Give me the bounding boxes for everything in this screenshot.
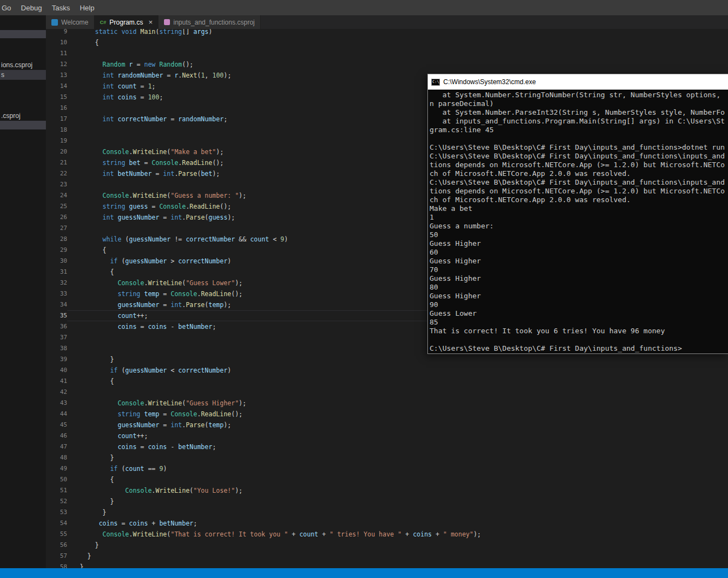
- line-number: 22: [46, 168, 67, 179]
- code-line: 46 count++;: [46, 430, 728, 441]
- line-number: 52: [46, 496, 67, 507]
- code-line: 53 }: [46, 507, 728, 518]
- line-number: 14: [46, 81, 67, 92]
- line-number: 55: [46, 529, 67, 540]
- console-line: tions depends on Microsoft.NETCore.App (…: [430, 187, 728, 196]
- cmd-body[interactable]: at System.Number.StringToNumber(String s…: [428, 90, 728, 355]
- menu-debug[interactable]: Debug: [16, 0, 46, 15]
- code-text: Console.WriteLine("That is correct! It t…: [67, 529, 728, 540]
- tab-label: Program.cs: [109, 19, 143, 26]
- line-number: 53: [46, 507, 67, 518]
- explorer-item[interactable]: [0, 30, 46, 38]
- code-text: }: [67, 540, 728, 551]
- line-number: 31: [46, 267, 67, 278]
- code-line: 52 }: [46, 496, 728, 507]
- code-line: 47 coins = coins - betNumber;: [46, 441, 728, 452]
- line-number: 36: [46, 321, 67, 332]
- console-line: Guess Higher: [430, 292, 728, 300]
- status-bar: [0, 568, 728, 578]
- console-line: C:\Users\Steve B\Desktop\C# First Day\in…: [430, 178, 728, 187]
- code-line: 12 Random r = new Random();: [46, 59, 728, 70]
- line-number: 29: [46, 245, 67, 256]
- line-number: 46: [46, 430, 67, 441]
- console-line: [430, 134, 728, 143]
- line-number: 11: [46, 48, 67, 59]
- console-line: at System.Number.StringToNumber(String s…: [430, 91, 728, 99]
- line-number: 38: [46, 343, 67, 354]
- line-number: 32: [46, 278, 67, 288]
- line-number: 21: [46, 157, 67, 168]
- console-line: Guess Higher: [430, 257, 728, 266]
- code-text: {: [67, 474, 728, 485]
- line-number: 25: [46, 201, 67, 212]
- explorer-item[interactable]: .csproj: [0, 111, 46, 121]
- menu-tasks[interactable]: Tasks: [47, 0, 75, 15]
- line-number: 37: [46, 332, 67, 343]
- tab-label: inputs_and_functions.csproj: [173, 19, 255, 26]
- code-text: static void Main(string[] args): [67, 29, 728, 37]
- explorer-item[interactable]: s: [0, 70, 46, 80]
- console-line: [430, 335, 728, 344]
- console-line: 50: [430, 231, 728, 239]
- menu-go[interactable]: Go: [0, 0, 16, 15]
- console-line: That is correct! It took you 6 tries! Yo…: [430, 327, 728, 335]
- menu-help[interactable]: Help: [75, 0, 99, 15]
- code-line: 44 string temp = Console.ReadLine();: [46, 409, 728, 420]
- console-line: gram.cs:line 45: [430, 126, 728, 134]
- csharp-file-icon: C#: [100, 20, 107, 25]
- line-number: 34: [46, 299, 67, 310]
- line-number: 42: [46, 387, 67, 398]
- tab-bar: WelcomeC#Program.cs×inputs_and_functions…: [46, 15, 728, 29]
- code-text: [67, 387, 728, 398]
- cmd-title-bar[interactable]: C:\ C:\Windows\System32\cmd.exe: [428, 74, 728, 90]
- code-line: 41 {: [46, 376, 728, 387]
- console-line: 80: [430, 283, 728, 292]
- line-number: 19: [46, 135, 67, 146]
- console-line: 85: [430, 318, 728, 327]
- code-line: 45 guessNumber = int.Parse(temp);: [46, 420, 728, 430]
- code-text: [67, 48, 728, 59]
- code-line: 54 coins = coins + betNumber;: [46, 518, 728, 529]
- console-line: Guess Lower: [430, 309, 728, 318]
- console-line: at System.Number.ParseInt32(String s, Nu…: [430, 108, 728, 117]
- line-number: 16: [46, 103, 67, 114]
- line-number: 48: [46, 452, 67, 463]
- code-text: }: [67, 452, 728, 463]
- code-line: 42: [46, 387, 728, 398]
- code-text: coins = coins + betNumber;: [67, 518, 728, 529]
- code-text: }: [67, 562, 728, 568]
- explorer-item[interactable]: ions.csproj: [0, 60, 46, 70]
- line-number: 43: [46, 398, 67, 409]
- line-number: 45: [46, 420, 67, 430]
- code-line: 40 if (guessNumber < correctNumber): [46, 365, 728, 376]
- line-number: 15: [46, 92, 67, 103]
- line-number: 41: [46, 376, 67, 387]
- code-text: }: [67, 496, 728, 507]
- code-line: 51 Console.WriteLine("You Lose!");: [46, 485, 728, 496]
- line-number: 30: [46, 256, 67, 267]
- line-number: 10: [46, 37, 67, 48]
- tab-inputs-and-functions-csproj[interactable]: inputs_and_functions.csproj: [158, 15, 261, 29]
- console-line: tions depends on Microsoft.NETCore.App (…: [430, 161, 728, 169]
- line-number: 13: [46, 70, 67, 81]
- code-text: }: [67, 354, 728, 365]
- line-number: 23: [46, 179, 67, 190]
- tab-welcome[interactable]: Welcome: [46, 15, 95, 29]
- code-line: 56 }: [46, 540, 728, 551]
- line-number: 39: [46, 354, 67, 365]
- explorer-item[interactable]: [0, 121, 46, 129]
- console-line: n parseDecimal): [430, 99, 728, 108]
- line-number: 27: [46, 223, 67, 234]
- line-number: 49: [46, 463, 67, 474]
- code-text: count++;: [67, 430, 728, 441]
- code-line: 58}: [46, 562, 728, 568]
- code-line: 9 static void Main(string[] args): [46, 29, 728, 37]
- tab-program-cs[interactable]: C#Program.cs×: [95, 15, 158, 29]
- code-line: 50 {: [46, 474, 728, 485]
- code-line: 49 if (count == 9): [46, 463, 728, 474]
- tab-label: Welcome: [61, 19, 89, 26]
- line-number: 33: [46, 288, 67, 299]
- welcome-file-icon: [51, 19, 58, 26]
- console-line: C:\Users\Steve B\Desktop\C# First Day\in…: [430, 344, 728, 353]
- close-icon[interactable]: ×: [149, 19, 153, 26]
